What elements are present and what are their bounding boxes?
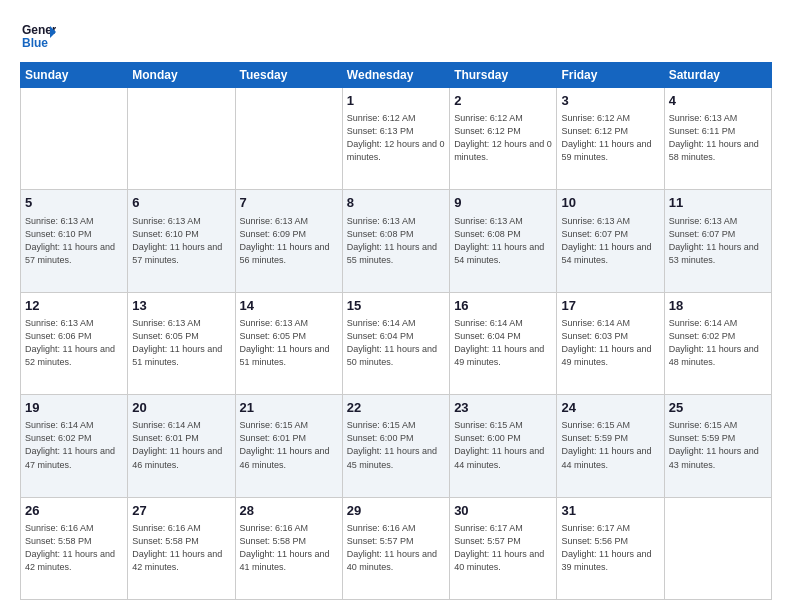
weekday-header-sunday: Sunday xyxy=(21,63,128,88)
calendar-cell: 12Sunrise: 6:13 AM Sunset: 6:06 PM Dayli… xyxy=(21,292,128,394)
day-number: 6 xyxy=(132,194,230,212)
calendar-week-3: 12Sunrise: 6:13 AM Sunset: 6:06 PM Dayli… xyxy=(21,292,772,394)
calendar-cell: 11Sunrise: 6:13 AM Sunset: 6:07 PM Dayli… xyxy=(664,190,771,292)
cell-info: Sunrise: 6:15 AM Sunset: 6:00 PM Dayligh… xyxy=(454,419,552,471)
calendar-cell: 14Sunrise: 6:13 AM Sunset: 6:05 PM Dayli… xyxy=(235,292,342,394)
cell-info: Sunrise: 6:14 AM Sunset: 6:04 PM Dayligh… xyxy=(454,317,552,369)
calendar-cell: 22Sunrise: 6:15 AM Sunset: 6:00 PM Dayli… xyxy=(342,395,449,497)
calendar-cell: 27Sunrise: 6:16 AM Sunset: 5:58 PM Dayli… xyxy=(128,497,235,599)
calendar-cell: 30Sunrise: 6:17 AM Sunset: 5:57 PM Dayli… xyxy=(450,497,557,599)
day-number: 21 xyxy=(240,399,338,417)
cell-info: Sunrise: 6:12 AM Sunset: 6:13 PM Dayligh… xyxy=(347,112,445,164)
day-number: 27 xyxy=(132,502,230,520)
day-number: 26 xyxy=(25,502,123,520)
cell-info: Sunrise: 6:14 AM Sunset: 6:01 PM Dayligh… xyxy=(132,419,230,471)
day-number: 5 xyxy=(25,194,123,212)
cell-info: Sunrise: 6:15 AM Sunset: 5:59 PM Dayligh… xyxy=(561,419,659,471)
day-number: 1 xyxy=(347,92,445,110)
calendar-cell: 5Sunrise: 6:13 AM Sunset: 6:10 PM Daylig… xyxy=(21,190,128,292)
cell-info: Sunrise: 6:16 AM Sunset: 5:58 PM Dayligh… xyxy=(240,522,338,574)
cell-info: Sunrise: 6:16 AM Sunset: 5:58 PM Dayligh… xyxy=(25,522,123,574)
svg-text:Blue: Blue xyxy=(22,36,48,50)
calendar-cell: 8Sunrise: 6:13 AM Sunset: 6:08 PM Daylig… xyxy=(342,190,449,292)
calendar-cell: 2Sunrise: 6:12 AM Sunset: 6:12 PM Daylig… xyxy=(450,88,557,190)
calendar-cell: 4Sunrise: 6:13 AM Sunset: 6:11 PM Daylig… xyxy=(664,88,771,190)
weekday-header-saturday: Saturday xyxy=(664,63,771,88)
calendar-week-5: 26Sunrise: 6:16 AM Sunset: 5:58 PM Dayli… xyxy=(21,497,772,599)
calendar-cell: 31Sunrise: 6:17 AM Sunset: 5:56 PM Dayli… xyxy=(557,497,664,599)
day-number: 18 xyxy=(669,297,767,315)
day-number: 16 xyxy=(454,297,552,315)
day-number: 13 xyxy=(132,297,230,315)
day-number: 20 xyxy=(132,399,230,417)
calendar-cell xyxy=(235,88,342,190)
calendar-week-2: 5Sunrise: 6:13 AM Sunset: 6:10 PM Daylig… xyxy=(21,190,772,292)
calendar-cell: 29Sunrise: 6:16 AM Sunset: 5:57 PM Dayli… xyxy=(342,497,449,599)
calendar-table: SundayMondayTuesdayWednesdayThursdayFrid… xyxy=(20,62,772,600)
calendar-cell: 25Sunrise: 6:15 AM Sunset: 5:59 PM Dayli… xyxy=(664,395,771,497)
day-number: 29 xyxy=(347,502,445,520)
cell-info: Sunrise: 6:14 AM Sunset: 6:02 PM Dayligh… xyxy=(25,419,123,471)
calendar-week-1: 1Sunrise: 6:12 AM Sunset: 6:13 PM Daylig… xyxy=(21,88,772,190)
calendar-cell: 19Sunrise: 6:14 AM Sunset: 6:02 PM Dayli… xyxy=(21,395,128,497)
day-number: 4 xyxy=(669,92,767,110)
cell-info: Sunrise: 6:13 AM Sunset: 6:07 PM Dayligh… xyxy=(669,215,767,267)
calendar-cell: 3Sunrise: 6:12 AM Sunset: 6:12 PM Daylig… xyxy=(557,88,664,190)
calendar-cell xyxy=(128,88,235,190)
day-number: 23 xyxy=(454,399,552,417)
day-number: 28 xyxy=(240,502,338,520)
day-number: 17 xyxy=(561,297,659,315)
cell-info: Sunrise: 6:13 AM Sunset: 6:11 PM Dayligh… xyxy=(669,112,767,164)
calendar-cell: 18Sunrise: 6:14 AM Sunset: 6:02 PM Dayli… xyxy=(664,292,771,394)
calendar-cell: 10Sunrise: 6:13 AM Sunset: 6:07 PM Dayli… xyxy=(557,190,664,292)
calendar-cell: 1Sunrise: 6:12 AM Sunset: 6:13 PM Daylig… xyxy=(342,88,449,190)
calendar-cell: 21Sunrise: 6:15 AM Sunset: 6:01 PM Dayli… xyxy=(235,395,342,497)
cell-info: Sunrise: 6:12 AM Sunset: 6:12 PM Dayligh… xyxy=(454,112,552,164)
day-number: 22 xyxy=(347,399,445,417)
cell-info: Sunrise: 6:14 AM Sunset: 6:02 PM Dayligh… xyxy=(669,317,767,369)
cell-info: Sunrise: 6:13 AM Sunset: 6:08 PM Dayligh… xyxy=(347,215,445,267)
cell-info: Sunrise: 6:13 AM Sunset: 6:06 PM Dayligh… xyxy=(25,317,123,369)
cell-info: Sunrise: 6:13 AM Sunset: 6:05 PM Dayligh… xyxy=(240,317,338,369)
calendar-cell: 9Sunrise: 6:13 AM Sunset: 6:08 PM Daylig… xyxy=(450,190,557,292)
weekday-header-friday: Friday xyxy=(557,63,664,88)
cell-info: Sunrise: 6:14 AM Sunset: 6:03 PM Dayligh… xyxy=(561,317,659,369)
cell-info: Sunrise: 6:13 AM Sunset: 6:08 PM Dayligh… xyxy=(454,215,552,267)
calendar-week-4: 19Sunrise: 6:14 AM Sunset: 6:02 PM Dayli… xyxy=(21,395,772,497)
cell-info: Sunrise: 6:16 AM Sunset: 5:58 PM Dayligh… xyxy=(132,522,230,574)
cell-info: Sunrise: 6:13 AM Sunset: 6:10 PM Dayligh… xyxy=(25,215,123,267)
calendar-cell: 28Sunrise: 6:16 AM Sunset: 5:58 PM Dayli… xyxy=(235,497,342,599)
calendar-cell xyxy=(21,88,128,190)
cell-info: Sunrise: 6:13 AM Sunset: 6:10 PM Dayligh… xyxy=(132,215,230,267)
calendar-cell: 26Sunrise: 6:16 AM Sunset: 5:58 PM Dayli… xyxy=(21,497,128,599)
cell-info: Sunrise: 6:17 AM Sunset: 5:57 PM Dayligh… xyxy=(454,522,552,574)
weekday-header-monday: Monday xyxy=(128,63,235,88)
cell-info: Sunrise: 6:13 AM Sunset: 6:07 PM Dayligh… xyxy=(561,215,659,267)
cell-info: Sunrise: 6:15 AM Sunset: 6:00 PM Dayligh… xyxy=(347,419,445,471)
day-number: 24 xyxy=(561,399,659,417)
cell-info: Sunrise: 6:17 AM Sunset: 5:56 PM Dayligh… xyxy=(561,522,659,574)
calendar-cell: 6Sunrise: 6:13 AM Sunset: 6:10 PM Daylig… xyxy=(128,190,235,292)
logo-icon: General Blue xyxy=(20,18,56,54)
day-number: 14 xyxy=(240,297,338,315)
day-number: 10 xyxy=(561,194,659,212)
calendar-cell: 16Sunrise: 6:14 AM Sunset: 6:04 PM Dayli… xyxy=(450,292,557,394)
weekday-header-wednesday: Wednesday xyxy=(342,63,449,88)
cell-info: Sunrise: 6:14 AM Sunset: 6:04 PM Dayligh… xyxy=(347,317,445,369)
day-number: 31 xyxy=(561,502,659,520)
day-number: 3 xyxy=(561,92,659,110)
calendar-cell: 15Sunrise: 6:14 AM Sunset: 6:04 PM Dayli… xyxy=(342,292,449,394)
logo: General Blue xyxy=(20,18,56,54)
day-number: 12 xyxy=(25,297,123,315)
calendar-cell: 20Sunrise: 6:14 AM Sunset: 6:01 PM Dayli… xyxy=(128,395,235,497)
day-number: 11 xyxy=(669,194,767,212)
cell-info: Sunrise: 6:15 AM Sunset: 5:59 PM Dayligh… xyxy=(669,419,767,471)
day-number: 2 xyxy=(454,92,552,110)
calendar-cell xyxy=(664,497,771,599)
cell-info: Sunrise: 6:13 AM Sunset: 6:09 PM Dayligh… xyxy=(240,215,338,267)
day-number: 19 xyxy=(25,399,123,417)
day-number: 7 xyxy=(240,194,338,212)
weekday-header-row: SundayMondayTuesdayWednesdayThursdayFrid… xyxy=(21,63,772,88)
day-number: 25 xyxy=(669,399,767,417)
cell-info: Sunrise: 6:12 AM Sunset: 6:12 PM Dayligh… xyxy=(561,112,659,164)
